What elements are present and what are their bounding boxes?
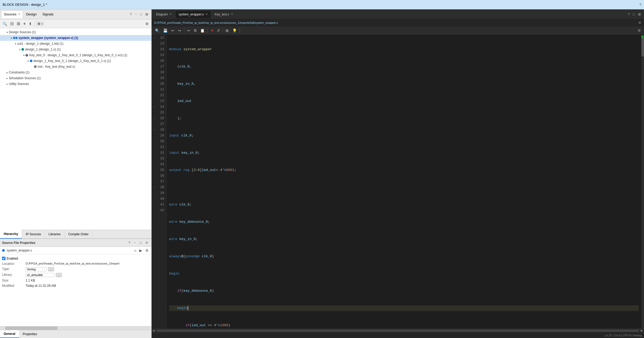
tree-inst-key-test[interactable]: inst : Key_test (Key_test.v) [0, 64, 151, 70]
tab-maximize-btn[interactable]: ⊠ [144, 12, 149, 17]
dot-blue-1 [30, 60, 32, 62]
tab-compile-order[interactable]: Compile Order [65, 230, 93, 239]
code-line-23: wire key_in_0; [169, 236, 639, 242]
sfp-type-browse-btn[interactable]: ... [48, 267, 54, 271]
sfp-tab-properties[interactable]: Properties [19, 330, 41, 338]
sfp-library-row: Library: ... [2, 272, 149, 278]
tree-simulation-sources[interactable]: ▸ Simulation Sources (1) [0, 75, 151, 81]
sfp-type-input[interactable] [26, 267, 47, 271]
editor-restore-btn[interactable]: □ [632, 12, 636, 17]
dot-teal-1 [21, 48, 24, 51]
editor-undo-btn[interactable]: ↩ [170, 28, 176, 33]
tab-sources[interactable]: Sources ✕ [1, 10, 23, 18]
sfp-settings-btn[interactable]: ⚙ [145, 248, 149, 253]
tab-help-btn[interactable]: ? [129, 12, 133, 17]
sfp-modified-row: Modified: Today at 11:31:28 AM [2, 283, 149, 288]
editor-tab-system-wrapper-close[interactable]: ✕ [205, 13, 208, 16]
editor-copy-btn[interactable]: ⧉ [193, 28, 198, 33]
toolbar-sep-1 [34, 21, 35, 26]
tab-hierarchy[interactable]: Hierarchy [0, 230, 22, 239]
editor-maximize-btn[interactable]: ⊠ [637, 12, 642, 17]
editor-toolbar: 🔍 💾 ↩ ↪ ✂ ⧉ 📋 ✕ // ⊞ 💡 ⚙ [152, 26, 644, 35]
sfp-library-input[interactable] [26, 273, 54, 277]
editor-tab-diagram[interactable]: Diagram ✕ [153, 10, 175, 18]
diamond-icon-1 [25, 54, 28, 57]
tree-key-test-0[interactable]: ▾ Key_test_0 : design_1_Key_test_0_1 (de… [0, 52, 151, 58]
editor-path-close[interactable]: ✕ [638, 21, 641, 25]
sfp-tab-general[interactable]: General [0, 330, 19, 338]
code-content[interactable]: module system_wrapper (clk_0, key_in_0, … [166, 35, 641, 329]
tab-restore-btn[interactable]: □ [139, 12, 143, 17]
tree-design-sources[interactable]: ▾ Design Sources (1) [0, 29, 151, 35]
editor-settings2-btn[interactable]: ⚙ [637, 28, 642, 33]
sfp-restore-btn[interactable]: □ [139, 240, 143, 245]
code-area[interactable]: ◇12 13 14 15 16 17 18 19 20 21 22 23 ◇24… [152, 35, 644, 329]
editor-search-btn[interactable]: 🔍 [154, 28, 161, 33]
title-help-icon[interactable]: ? [639, 2, 641, 7]
tree-utility-sources[interactable]: ▸ Utility Sources [0, 81, 151, 87]
editor-redo-btn[interactable]: ↪ [177, 28, 182, 33]
editor-sep-2 [208, 28, 208, 33]
editor-tab-key-test-close[interactable]: ✕ [231, 13, 233, 16]
tree-key-test-0-1[interactable]: ▾ design_1_Key_test_0_1 (design_1_Key_te… [0, 58, 151, 64]
settings-btn[interactable]: ⚙ [144, 21, 150, 26]
tree-constraints[interactable]: ▸ Constraints (1) [0, 70, 151, 75]
tree-design-1[interactable]: ▾ design_1 (design_1.v) (1) [0, 47, 151, 52]
dot-blue-inner [15, 37, 18, 39]
sfp-help-btn[interactable]: ? [127, 240, 131, 245]
editor-delete-btn[interactable]: ✕ [209, 28, 215, 33]
hscroll-left-btn[interactable]: ◀ [152, 329, 156, 332]
sources-tree[interactable]: ▾ Design Sources (1) ▾ system_wrapper (s… [0, 28, 151, 230]
tab-design[interactable]: Design [23, 10, 39, 18]
collapse-all-btn[interactable]: ⊟ [9, 21, 15, 27]
code-line-21: wire clk_0; [169, 202, 639, 208]
sfp-header: Source File Properties ? − □ ✕ [0, 239, 151, 247]
tab-ip-sources[interactable]: IP Sources [22, 230, 45, 239]
expand-btn[interactable]: ⊞ [16, 21, 21, 27]
tree-system-wrapper[interactable]: ▾ system_wrapper (system_wrapper.v) (1) [0, 35, 151, 41]
scroll-thumb[interactable] [641, 36, 644, 56]
search-btn[interactable]: 🔍 [2, 21, 8, 26]
app-title: BLOCK DESIGN - design_1 * [3, 3, 47, 7]
sfp-size-value: 1.1 KB [26, 279, 149, 282]
editor-hscroll[interactable]: ◀ ▶ [152, 329, 644, 332]
editor-help-btn[interactable]: ? [627, 12, 631, 17]
sfp-forward-btn[interactable]: ▶ [139, 248, 143, 253]
dot-gray-1 [34, 65, 37, 68]
sfp-type-row: Type: ... [2, 266, 149, 272]
dot-blue-outer [13, 37, 15, 39]
sfp-close-btn[interactable]: ✕ [144, 240, 149, 245]
code-line-17: input clk_0; [169, 133, 639, 139]
editor-save-btn[interactable]: 💾 [162, 28, 169, 33]
error-badge: 0 [36, 22, 44, 26]
sfp-size-row: Size: 1.1 KB [2, 278, 149, 283]
sfp-minimize-btn[interactable]: − [133, 240, 137, 245]
editor-path-bar: D:/FPGA_pro/Vivado_Pro/Use_ip_test/Use_i… [152, 19, 644, 26]
sfp-enabled-checkbox[interactable] [2, 257, 5, 260]
tab-libraries[interactable]: Libraries [45, 230, 65, 239]
tab-sources-close[interactable]: ✕ [18, 13, 20, 16]
editor-cut-btn[interactable]: ✂ [186, 28, 192, 33]
code-line-13: (clk_0, [169, 64, 639, 70]
editor-comment-btn[interactable]: // [216, 28, 221, 33]
editor-tab-key-test[interactable]: Key_test.v ✕ [211, 10, 237, 18]
tree-uut1[interactable]: ▾ uut1 : design_1 (design_1.bd) (1) [0, 41, 151, 47]
sfp-library-browse-btn[interactable]: ... [56, 273, 62, 277]
editor-vscroll[interactable] [641, 35, 644, 329]
code-line-15: led_out [169, 98, 639, 104]
editor-lightbulb-btn[interactable]: 💡 [231, 28, 238, 33]
editor-paste-btn[interactable]: 📋 [199, 28, 206, 33]
tab-signals[interactable]: Signals [39, 10, 56, 18]
add-btn[interactable]: + [22, 21, 27, 27]
editor-tab-system-wrapper[interactable]: system_wrapper.v ✕ [175, 10, 211, 18]
hscroll-right-btn[interactable]: ▶ [640, 329, 644, 332]
editor-status-text: Ln 27, Col 9 | UTF-8 | Verilog [605, 334, 642, 337]
code-line-24: always@(posedge clk_0) [169, 254, 639, 259]
title-bar: BLOCK DESIGN - design_1 * ? [0, 0, 644, 9]
sfp-scrollbar-h[interactable] [0, 326, 151, 330]
tab-minimize-btn[interactable]: − [134, 12, 138, 17]
editor-tab-diagram-close[interactable]: ✕ [169, 13, 172, 16]
import-btn[interactable]: ⬆ [28, 21, 33, 26]
sfp-back-btn[interactable]: ◀ [133, 248, 137, 253]
editor-table-btn[interactable]: ⊞ [224, 28, 230, 33]
